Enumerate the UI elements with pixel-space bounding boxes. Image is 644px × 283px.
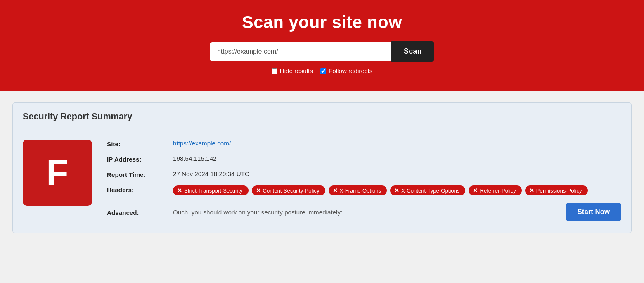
site-link[interactable]: https://example.com/ [173, 140, 231, 147]
hide-results-checkbox[interactable] [272, 68, 277, 74]
site-label: Site: [107, 140, 173, 147]
report-card: Security Report Summary F Site: https://… [12, 102, 632, 233]
hero-title: Scan your site now [8, 12, 636, 32]
url-input[interactable] [210, 42, 391, 61]
report-title: Security Report Summary [23, 111, 621, 128]
header-tag: ✕X-Frame-Options [329, 185, 387, 195]
header-tag: ✕Permissions-Policy [525, 185, 588, 195]
header-tag: ✕X-Content-Type-Options [390, 185, 465, 195]
hide-results-option[interactable]: Hide results [272, 67, 313, 74]
header-tag: ✕Strict-Transport-Security [173, 185, 249, 195]
main-content: Security Report Summary F Site: https://… [0, 91, 644, 245]
ip-label: IP Address: [107, 155, 173, 163]
follow-redirects-checkbox[interactable] [320, 68, 326, 74]
grade-badge: F [23, 140, 92, 206]
header-tags: ✕Strict-Transport-Security✕Content-Secur… [173, 185, 588, 195]
scan-options: Hide results Follow redirects [8, 67, 636, 74]
follow-redirects-label: Follow redirects [329, 67, 372, 74]
report-time-value: 27 Nov 2024 18:29:34 UTC [173, 170, 249, 177]
advanced-label: Advanced: [107, 208, 173, 216]
site-row: Site: https://example.com/ [107, 140, 621, 147]
report-body: F Site: https://example.com/ IP Address:… [23, 136, 621, 221]
hero-section: Scan your site now Scan Hide results Fol… [0, 0, 644, 91]
scan-form: Scan [8, 41, 636, 62]
grade-letter: F [46, 155, 69, 191]
header-tag: ✕Content-Security-Policy [252, 185, 325, 195]
advanced-row: Advanced: Ouch, you should work on your … [107, 203, 621, 221]
report-time-label: Report Time: [107, 170, 173, 178]
headers-row: Headers: ✕Strict-Transport-Security✕Cont… [107, 185, 621, 195]
report-details: Site: https://example.com/ IP Address: 1… [107, 140, 621, 221]
report-time-row: Report Time: 27 Nov 2024 18:29:34 UTC [107, 170, 621, 178]
scan-button[interactable]: Scan [391, 41, 434, 62]
follow-redirects-option[interactable]: Follow redirects [320, 67, 372, 74]
header-tag: ✕Referrer-Policy [469, 185, 521, 195]
site-value: https://example.com/ [173, 140, 231, 147]
hide-results-label: Hide results [280, 67, 313, 74]
headers-label: Headers: [107, 185, 173, 193]
advanced-text: Ouch, you should work on your security p… [173, 209, 558, 216]
ip-row: IP Address: 198.54.115.142 [107, 155, 621, 163]
ip-value: 198.54.115.142 [173, 155, 217, 162]
start-now-button[interactable]: Start Now [566, 203, 621, 221]
